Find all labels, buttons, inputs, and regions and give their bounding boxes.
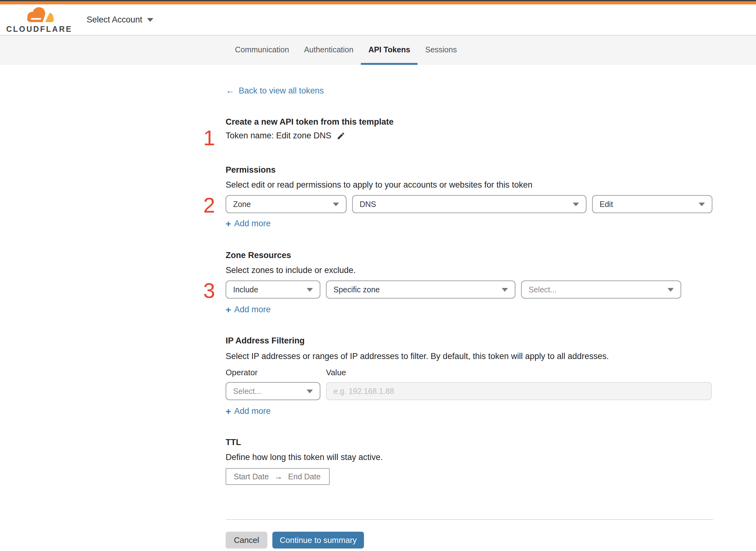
end-date-placeholder: End Date bbox=[288, 472, 321, 481]
ttl-date-range-picker[interactable]: Start Date → End Date bbox=[226, 468, 330, 485]
select-value: Include bbox=[233, 285, 307, 294]
page-title: Create a new API token from this templat… bbox=[226, 117, 394, 126]
permissions-description: Select edit or read permissions to apply… bbox=[226, 180, 533, 189]
back-link-label: Back to view all tokens bbox=[239, 86, 324, 95]
zone-resources-heading: Zone Resources bbox=[226, 250, 291, 260]
ttl-description: Define how long this token will stay act… bbox=[226, 453, 383, 462]
chevron-down-icon bbox=[699, 202, 705, 206]
ip-value-input[interactable] bbox=[326, 382, 712, 400]
cloudflare-logo: CLOUDFLARE bbox=[9, 6, 69, 34]
select-value: Zone bbox=[233, 200, 333, 208]
back-arrow-icon: ← bbox=[226, 86, 234, 95]
plus-icon: + bbox=[226, 407, 231, 415]
ip-filtering-heading: IP Address Filtering bbox=[226, 336, 305, 345]
add-more-label: Add more bbox=[234, 219, 271, 228]
main-content: ← Back to view all tokens Create a new A… bbox=[226, 0, 713, 551]
cancel-button[interactable]: Cancel bbox=[226, 532, 267, 549]
chevron-down-icon bbox=[668, 288, 674, 292]
permission-group-select[interactable]: DNS bbox=[352, 195, 587, 213]
select-value: DNS bbox=[359, 200, 573, 208]
permission-scope-select[interactable]: Zone bbox=[226, 195, 346, 213]
add-more-label: Add more bbox=[234, 406, 271, 416]
zone-type-select[interactable]: Specific zone bbox=[326, 281, 516, 299]
footer-divider bbox=[226, 519, 713, 520]
edit-pencil-icon[interactable] bbox=[336, 131, 345, 140]
token-name-line: Token name: Edit zone DNS bbox=[226, 131, 345, 140]
chevron-down-icon bbox=[573, 202, 579, 206]
account-selector-label: Select Account bbox=[87, 15, 142, 24]
zone-picker-select[interactable]: Select... bbox=[521, 281, 681, 299]
cloudflare-logo-text: CLOUDFLARE bbox=[6, 25, 72, 34]
page: CLOUDFLARE Select Account Communication … bbox=[0, 0, 756, 551]
step-number-3: 3 bbox=[195, 279, 215, 302]
plus-icon: + bbox=[226, 219, 231, 227]
back-to-tokens-link[interactable]: ← Back to view all tokens bbox=[226, 86, 324, 95]
add-more-permissions-link[interactable]: + Add more bbox=[226, 219, 271, 228]
ip-operator-select[interactable]: Select... bbox=[226, 382, 320, 400]
operator-label: Operator bbox=[226, 368, 258, 377]
add-more-label: Add more bbox=[234, 305, 271, 314]
ttl-heading: TTL bbox=[226, 438, 241, 447]
ip-filtering-description: Select IP addresses or ranges of IP addr… bbox=[226, 352, 609, 361]
cloudflare-cloud-icon bbox=[23, 6, 55, 24]
permissions-heading: Permissions bbox=[226, 165, 276, 174]
select-value: Specific zone bbox=[333, 285, 502, 294]
permission-access-select[interactable]: Edit bbox=[592, 195, 712, 213]
step-number-2: 2 bbox=[195, 194, 215, 217]
chevron-down-icon bbox=[333, 202, 339, 206]
add-more-zones-link[interactable]: + Add more bbox=[226, 305, 271, 314]
step-number-1: 1 bbox=[195, 126, 215, 150]
chevron-down-icon bbox=[147, 18, 154, 21]
select-placeholder: Select... bbox=[529, 285, 668, 294]
chevron-down-icon bbox=[502, 288, 508, 292]
start-date-placeholder: Start Date bbox=[234, 472, 269, 481]
zone-resources-description: Select zones to include or exclude. bbox=[226, 265, 355, 275]
chevron-down-icon bbox=[307, 288, 313, 292]
add-more-ip-link[interactable]: + Add more bbox=[226, 406, 271, 416]
arrow-right-icon: → bbox=[274, 472, 283, 481]
continue-to-summary-button[interactable]: Continue to summary bbox=[272, 532, 364, 549]
zone-include-select[interactable]: Include bbox=[226, 281, 320, 299]
value-label: Value bbox=[326, 368, 346, 377]
plus-icon: + bbox=[226, 306, 231, 314]
account-selector[interactable]: Select Account bbox=[87, 15, 154, 24]
token-name-text: Token name: Edit zone DNS bbox=[226, 131, 331, 140]
select-value: Edit bbox=[600, 200, 699, 208]
chevron-down-icon bbox=[307, 389, 313, 393]
select-placeholder: Select... bbox=[233, 387, 307, 396]
